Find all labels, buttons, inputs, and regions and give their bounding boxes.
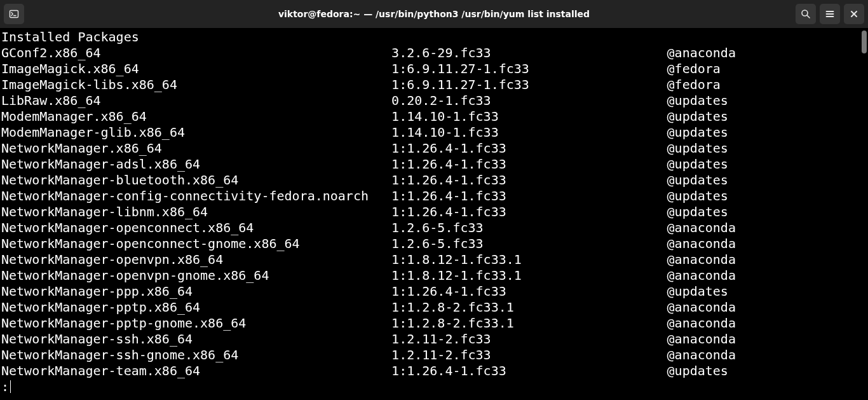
scrollbar-thumb[interactable] bbox=[862, 31, 867, 53]
menu-button[interactable] bbox=[820, 4, 840, 24]
package-row: NetworkManager-ssh.x86_64 1.2.11-2.fc33 … bbox=[1, 331, 860, 347]
pager-prompt[interactable]: : bbox=[1, 379, 860, 395]
terminal-area[interactable]: Installed PackagesGConf2.x86_64 3.2.6-29… bbox=[0, 28, 868, 400]
close-icon bbox=[850, 10, 858, 18]
package-row: ImageMagick.x86_64 1:6.9.11.27-1.fc33 @f… bbox=[1, 61, 860, 77]
svg-line-3 bbox=[807, 15, 810, 18]
package-row: LibRaw.x86_64 0.20.2-1.fc33 @updates bbox=[1, 93, 860, 109]
svg-rect-0 bbox=[10, 11, 18, 18]
package-row: NetworkManager-ssh-gnome.x86_64 1.2.11-2… bbox=[1, 347, 860, 363]
package-row: NetworkManager-ppp.x86_64 1:1.26.4-1.fc3… bbox=[1, 284, 860, 300]
text-cursor bbox=[10, 380, 11, 393]
search-icon bbox=[801, 9, 811, 19]
package-row: NetworkManager-libnm.x86_64 1:1.26.4-1.f… bbox=[1, 204, 860, 220]
package-row: NetworkManager-openconnect.x86_64 1.2.6-… bbox=[1, 220, 860, 236]
search-button[interactable] bbox=[796, 4, 816, 24]
package-row: NetworkManager-config-connectivity-fedor… bbox=[1, 188, 860, 204]
package-row: NetworkManager-openvpn-gnome.x86_64 1:1.… bbox=[1, 268, 860, 284]
terminal-tab-icon bbox=[9, 9, 19, 19]
package-row: NetworkManager-team.x86_64 1:1.26.4-1.fc… bbox=[1, 363, 860, 379]
terminal-output: Installed PackagesGConf2.x86_64 3.2.6-29… bbox=[1, 29, 860, 400]
window-title: viktor@fedora:~ — /usr/bin/python3 /usr/… bbox=[0, 9, 868, 19]
package-row: ModemManager-glib.x86_64 1.14.10-1.fc33 … bbox=[1, 125, 860, 141]
package-row: GConf2.x86_64 3.2.6-29.fc33 @anaconda bbox=[1, 45, 860, 61]
new-tab-button[interactable] bbox=[4, 4, 24, 24]
package-row: NetworkManager-pptp.x86_64 1:1.2.8-2.fc3… bbox=[1, 300, 860, 315]
title-bar: viktor@fedora:~ — /usr/bin/python3 /usr/… bbox=[0, 0, 868, 28]
close-button[interactable] bbox=[844, 4, 864, 24]
package-row: ImageMagick-libs.x86_64 1:6.9.11.27-1.fc… bbox=[1, 77, 860, 93]
package-row: NetworkManager-openvpn.x86_64 1:1.8.12-1… bbox=[1, 252, 860, 268]
output-header: Installed Packages bbox=[1, 29, 860, 45]
hamburger-icon bbox=[825, 9, 835, 19]
package-row: ModemManager.x86_64 1.14.10-1.fc33 @upda… bbox=[1, 109, 860, 125]
terminal-window: viktor@fedora:~ — /usr/bin/python3 /usr/… bbox=[0, 0, 868, 400]
package-row: NetworkManager-openconnect-gnome.x86_64 … bbox=[1, 236, 860, 252]
package-row: NetworkManager-pptp-gnome.x86_64 1:1.2.8… bbox=[1, 315, 860, 331]
package-row: NetworkManager-bluetooth.x86_64 1:1.26.4… bbox=[1, 172, 860, 188]
package-row: NetworkManager.x86_64 1:1.26.4-1.fc33 @u… bbox=[1, 141, 860, 156]
package-row: NetworkManager-adsl.x86_64 1:1.26.4-1.fc… bbox=[1, 156, 860, 172]
